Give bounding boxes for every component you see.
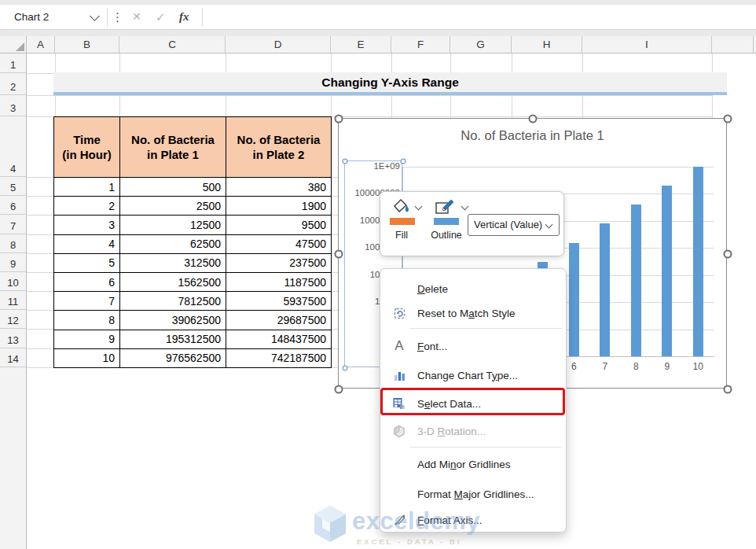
x-axis-tick-label[interactable]: 6 <box>564 361 583 372</box>
axis-selection-handle[interactable] <box>343 159 348 164</box>
formula-input[interactable] <box>204 5 756 29</box>
column-header-e[interactable]: E <box>331 36 391 53</box>
row-header-14[interactable]: 14 <box>0 348 26 367</box>
column-header-b[interactable]: B <box>55 36 119 53</box>
table-header-plate2[interactable]: No. of Bacteriain Plate 2 <box>226 117 332 178</box>
table-cell[interactable]: 312500 <box>120 254 226 273</box>
sheet-title-banner[interactable]: Changing Y-Axis Range <box>53 72 727 95</box>
chart-title[interactable]: No. of Bacteria in Plate 1 <box>339 128 726 143</box>
bar-series-plate1[interactable] <box>569 243 579 356</box>
table-cell[interactable]: 148437500 <box>226 330 332 349</box>
insert-function-icon[interactable]: fx <box>179 5 189 29</box>
table-cell[interactable]: 62500 <box>120 235 226 254</box>
table-cell[interactable]: 10 <box>54 349 120 368</box>
table-cell[interactable]: 1187500 <box>226 273 332 292</box>
chart-resize-handle[interactable] <box>335 385 343 394</box>
row-header-2[interactable]: 2 <box>0 73 26 95</box>
x-axis-tick-label[interactable]: 10 <box>688 361 707 372</box>
table-cell[interactable]: 6 <box>54 273 120 292</box>
row-header-7[interactable]: 7 <box>0 215 26 234</box>
bar-series-plate1[interactable] <box>600 223 610 356</box>
table-cell[interactable]: 39062500 <box>120 311 226 330</box>
column-header-g[interactable]: G <box>450 36 512 53</box>
table-cell[interactable]: 2500 <box>120 197 226 216</box>
row-header-9[interactable]: 9 <box>0 253 26 272</box>
menu-item-add-minor-gridlines[interactable]: Add Minor Gridlines <box>384 450 563 479</box>
table-cell[interactable]: 9 <box>54 330 120 349</box>
table-cell[interactable]: 8 <box>54 311 120 330</box>
cancel-icon[interactable]: ✕ <box>132 5 141 29</box>
outline-pencil-icon[interactable] <box>434 197 457 220</box>
row-header-12[interactable]: 12 <box>0 310 26 329</box>
table-header-plate1[interactable]: No. of Bacteriain Plate 1 <box>120 117 226 178</box>
enter-icon[interactable]: ✓ <box>156 5 166 29</box>
table-cell[interactable]: 47500 <box>226 235 332 254</box>
axis-selection-handle[interactable] <box>401 159 406 164</box>
table-cell[interactable]: 1562500 <box>120 273 226 292</box>
table-cell[interactable]: 5 <box>54 254 120 273</box>
outline-button[interactable]: Outline <box>424 230 468 241</box>
table-cell[interactable]: 976562500 <box>120 349 226 368</box>
table-cell[interactable]: 4 <box>54 235 120 254</box>
row-header-3[interactable]: 3 <box>0 95 26 116</box>
table-cell[interactable]: 742187500 <box>226 349 332 368</box>
column-header-a[interactable]: A <box>27 36 55 53</box>
outline-color-swatch[interactable] <box>434 218 459 225</box>
chart-resize-handle[interactable] <box>335 115 343 123</box>
row-header-8[interactable]: 8 <box>0 234 26 253</box>
menu-item-format-axis[interactable]: Format Axis... <box>384 509 563 531</box>
chart-resize-handle[interactable] <box>724 250 732 259</box>
table-cell[interactable]: 7812500 <box>120 292 226 311</box>
table-cell[interactable]: 7 <box>54 292 120 311</box>
table-cell[interactable]: 195312500 <box>120 330 226 349</box>
menu-item-delete[interactable]: Delete <box>384 277 563 301</box>
column-header-h[interactable]: H <box>512 36 582 53</box>
bar-series-plate1[interactable] <box>693 167 703 356</box>
column-header-d[interactable]: D <box>226 36 331 53</box>
column-header-f[interactable]: F <box>391 36 450 53</box>
select-all-corner[interactable] <box>0 36 27 53</box>
x-axis-tick-label[interactable]: 9 <box>658 361 677 372</box>
table-cell[interactable]: 29687500 <box>226 311 332 330</box>
row-header-13[interactable]: 13 <box>0 329 26 348</box>
row-header-10[interactable]: 10 <box>0 272 26 291</box>
column-header-j[interactable] <box>712 36 754 53</box>
menu-item-font[interactable]: A Font... <box>384 332 563 360</box>
table-cell[interactable]: 3 <box>54 216 120 234</box>
row-header-4[interactable]: 4 <box>0 116 26 177</box>
x-axis-tick-label[interactable]: 8 <box>626 361 645 372</box>
table-cell[interactable]: 12500 <box>120 216 226 234</box>
column-header-i[interactable]: I <box>582 36 712 53</box>
name-box[interactable]: Chart 2 <box>14 5 49 29</box>
table-cell[interactable]: 500 <box>120 178 226 197</box>
fill-color-swatch[interactable] <box>390 218 415 225</box>
table-cell[interactable]: 1900 <box>226 197 332 216</box>
row-header-1[interactable]: 1 <box>0 53 26 73</box>
table-cell[interactable]: 5937500 <box>226 292 332 311</box>
table-cell[interactable]: 237500 <box>226 254 332 273</box>
menu-item-reset-to-match-style[interactable]: Reset to Match Style <box>384 301 563 326</box>
bar-series-plate1[interactable] <box>631 204 641 356</box>
table-cell[interactable]: 380 <box>226 178 332 197</box>
chart-resize-handle[interactable] <box>724 115 732 123</box>
x-axis-tick-label[interactable]: 7 <box>596 361 615 372</box>
fill-dropdown-chevron-icon[interactable] <box>415 203 423 211</box>
row-header-11[interactable]: 11 <box>0 291 26 310</box>
table-cell[interactable]: 2 <box>54 197 120 216</box>
row-header-5[interactable]: 5 <box>0 177 26 196</box>
fill-bucket-icon[interactable] <box>390 197 412 219</box>
fill-button[interactable]: Fill <box>382 230 421 241</box>
outline-dropdown-chevron-icon[interactable] <box>461 203 469 211</box>
axis-selection-handle[interactable] <box>343 366 348 371</box>
table-cell[interactable]: 9500 <box>226 216 332 234</box>
table-header-time[interactable]: Time(in Hour) <box>54 117 120 178</box>
row-header-6[interactable]: 6 <box>0 196 26 215</box>
menu-item-format-major-gridlines[interactable]: Format Major Gridlines... <box>384 479 563 509</box>
bar-series-plate1[interactable] <box>662 186 672 356</box>
chart-resize-handle[interactable] <box>335 250 343 259</box>
column-header-c[interactable]: C <box>119 36 226 53</box>
chart-element-dropdown[interactable]: Vertical (Value) <box>468 214 560 236</box>
chart-resize-handle[interactable] <box>529 115 538 123</box>
name-box-chevron-down-icon[interactable] <box>90 11 100 21</box>
table-cell[interactable]: 1 <box>54 178 120 197</box>
